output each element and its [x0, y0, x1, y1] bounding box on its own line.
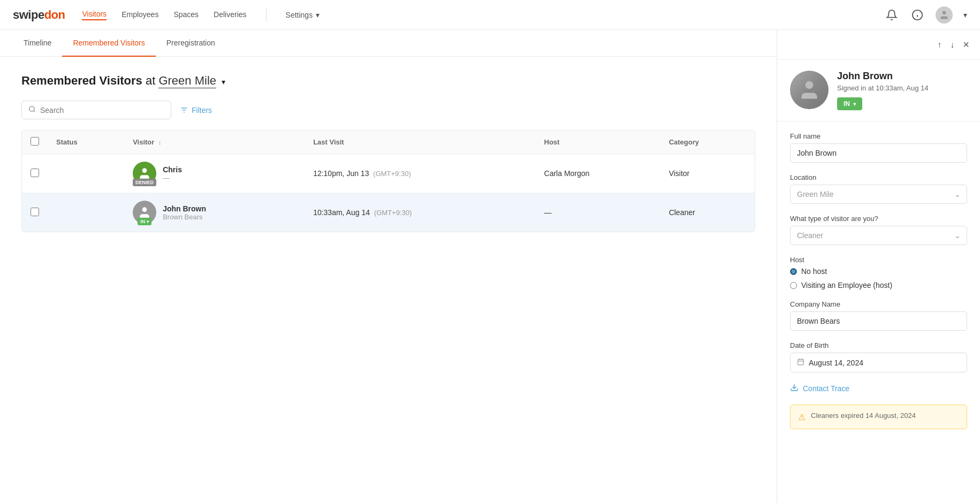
full-name-label: Full name [790, 132, 967, 140]
gmt-chris: (GMT+9:30) [373, 170, 411, 178]
status-cell-john [48, 193, 124, 232]
svg-line-5 [34, 111, 35, 112]
contact-trace-button[interactable]: Contact Trace [790, 383, 967, 394]
search-box [21, 101, 171, 119]
main-layout: Timeline Remembered Visitors Preregistra… [0, 30, 980, 503]
row-checkbox-chris[interactable] [31, 169, 39, 177]
dob-value: August 14, 2024 [809, 359, 863, 367]
field-company: Company Name [790, 300, 967, 331]
visitor-sort-icon: ↕ [158, 139, 162, 146]
panel-body: Full name Location Green Mile What type … [777, 121, 980, 440]
field-full-name: Full name [790, 132, 967, 163]
company-input[interactable] [790, 311, 967, 331]
filters-button[interactable]: Filters [180, 106, 212, 115]
location-chevron-icon[interactable]: ▾ [222, 78, 225, 86]
settings-chevron-icon: ▾ [316, 11, 320, 19]
visitor-name-john: John Brown [163, 204, 206, 213]
nav-employees[interactable]: Employees [121, 10, 158, 20]
panel-visitor-name: John Brown [837, 71, 967, 82]
field-host: Host No host Visiting an Employee (host) [790, 256, 967, 289]
sub-tabs: Timeline Remembered Visitors Preregistra… [0, 30, 777, 57]
col-host: Host [536, 131, 660, 154]
last-visit-chris: 12:10pm, Jun 13 (GMT+9:30) [305, 154, 535, 193]
visitor-type-select[interactable]: Cleaner [790, 226, 967, 245]
table-row[interactable]: DENIED Chris — 12:10pm, Jun 13 [22, 154, 755, 193]
dob-label: Date of Birth [790, 341, 967, 349]
svg-point-10 [142, 207, 147, 212]
nav-links: Visitors Employees Spaces Deliveries Set… [82, 9, 884, 21]
category-chris: Visitor [660, 154, 755, 193]
denied-badge: DENIED [133, 179, 156, 186]
filters-label: Filters [192, 106, 212, 115]
search-input[interactable] [40, 106, 164, 115]
tab-preregistration[interactable]: Preregistration [156, 30, 226, 57]
search-icon [28, 105, 36, 115]
radio-employee-host-input[interactable] [790, 282, 797, 289]
table-body: DENIED Chris — 12:10pm, Jun 13 [22, 154, 755, 232]
panel-header: John Brown Signed in at 10:33am, Aug 14 … [777, 60, 980, 121]
svg-point-3 [943, 11, 946, 14]
panel-in-badge[interactable]: IN ▾ [837, 97, 862, 110]
gmt-john: (GMT+9:30) [374, 209, 412, 217]
select-all-checkbox[interactable] [31, 137, 39, 146]
table: Status Visitor ↕ Last Visit Host Categor… [22, 131, 755, 232]
panel-signed-in: Signed in at 10:33am, Aug 14 [837, 84, 967, 92]
col-status: Status [48, 131, 124, 154]
visitor-cell-john: IN ▾ John Brown Brown Bears [124, 193, 305, 232]
info-icon[interactable] [910, 7, 925, 22]
settings-label: Settings [286, 11, 313, 19]
visitor-info-john: John Brown Brown Bears [163, 204, 206, 221]
radio-no-host-label: No host [801, 267, 827, 276]
in-badge-chevron: ▾ [147, 219, 149, 224]
col-visitor[interactable]: Visitor ↕ [124, 131, 305, 154]
calendar-icon [797, 358, 804, 367]
panel-close-button[interactable]: × [961, 36, 971, 53]
contact-trace-icon [790, 383, 799, 394]
svg-rect-12 [798, 359, 804, 365]
nav-settings[interactable]: Settings ▾ [286, 11, 320, 19]
panel-prev-button[interactable]: ↑ [935, 38, 944, 52]
location-select[interactable]: Green Mile [790, 185, 967, 204]
radio-no-host[interactable]: No host [790, 267, 967, 276]
notification-icon[interactable] [884, 7, 899, 22]
category-john: Cleaner [660, 193, 755, 232]
visitor-type-label: What type of visitor are you? [790, 215, 967, 223]
col-category: Category [660, 131, 755, 154]
full-name-input[interactable] [790, 143, 967, 163]
visitor-company-chris: — [163, 174, 182, 182]
nav-visitors[interactable]: Visitors [82, 10, 107, 20]
host-john: — [536, 193, 660, 232]
radio-no-host-input[interactable] [790, 268, 797, 275]
top-navigation: swipedon Visitors Employees Spaces Deliv… [0, 0, 980, 30]
col-last-visit: Last Visit [305, 131, 535, 154]
page-title-at: at [146, 74, 158, 87]
dob-input-wrapper[interactable]: August 14, 2024 [790, 353, 967, 372]
visitor-avatar-chris: DENIED [133, 162, 156, 185]
tab-remembered-visitors[interactable]: Remembered Visitors [62, 30, 155, 57]
search-filter-row: Filters [21, 101, 755, 119]
table-row[interactable]: IN ▾ John Brown Brown Bears [22, 193, 755, 232]
user-dropdown-chevron[interactable]: ▾ [963, 11, 967, 19]
location-selector[interactable]: Green Mile [158, 74, 216, 88]
logo[interactable]: swipedon [13, 8, 65, 22]
panel-next-button[interactable]: ↓ [948, 38, 956, 52]
visitor-avatar-john: IN ▾ [133, 201, 156, 224]
radio-employee-host[interactable]: Visiting an Employee (host) [790, 281, 967, 289]
status-cell [48, 154, 124, 193]
content-area: Remembered Visitors at Green Mile ▾ [0, 57, 777, 249]
visitor-name-chris: Chris [163, 165, 182, 174]
page-title-strong: Remembered Visitors [21, 74, 142, 87]
location-label: Location [790, 173, 967, 181]
last-visit-john: 10:33am, Aug 14 (GMT+9:30) [305, 193, 535, 232]
user-avatar[interactable] [936, 6, 953, 24]
nav-deliveries[interactable]: Deliveries [214, 10, 246, 20]
visitor-type-value: Cleaner [797, 231, 823, 240]
right-panel: ↑ ↓ × John Brown Signed in at 10:33am, A… [777, 30, 980, 503]
panel-navigation: ↑ ↓ × [777, 30, 980, 60]
location-select-wrapper: Green Mile [790, 185, 967, 204]
nav-spaces[interactable]: Spaces [173, 10, 199, 20]
visitor-info-chris: Chris — [163, 165, 182, 182]
warning-box: ⚠ Cleaners expired 14 August, 2024 [790, 405, 967, 429]
row-checkbox-john[interactable] [31, 208, 39, 216]
tab-timeline[interactable]: Timeline [13, 30, 62, 57]
